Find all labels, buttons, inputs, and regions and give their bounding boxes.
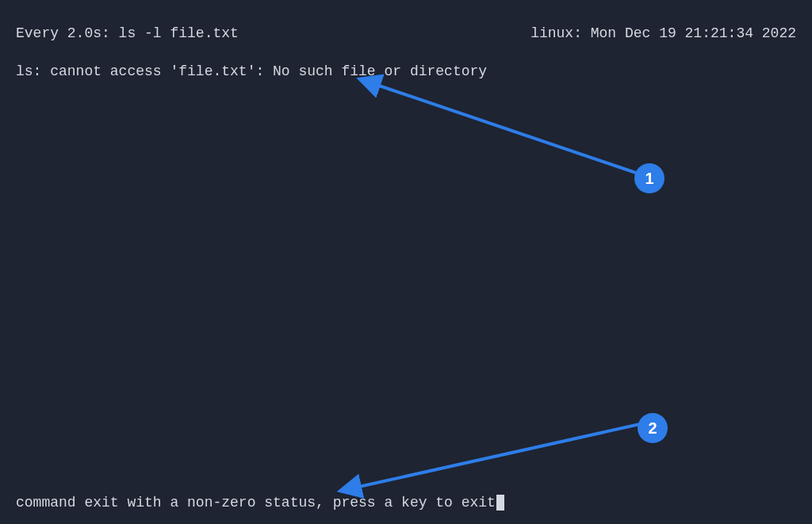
watch-header-row: Every 2.0s: ls -l file.txt linux: Mon De… [16, 25, 796, 41]
badge-1-number: 1 [645, 170, 653, 188]
command-output-line: ls: cannot access 'file.txt': No such fi… [16, 63, 487, 79]
arrow-2 [355, 424, 640, 488]
watch-interval-command: Every 2.0s: ls -l file.txt [16, 25, 239, 41]
annotation-badge-1: 1 [634, 163, 665, 193]
arrow-1 [374, 84, 636, 173]
annotation-badge-2: 2 [638, 413, 668, 443]
watch-status-line[interactable]: command exit with a non-zero status, pre… [16, 495, 504, 511]
badge-2-number: 2 [648, 419, 657, 438]
ls-error-text: ls: cannot access 'file.txt': No such fi… [16, 63, 487, 79]
cursor-icon [496, 495, 504, 511]
status-message: command exit with a non-zero status, pre… [16, 495, 496, 511]
watch-host-time: linux: Mon Dec 19 21:21:34 2022 [530, 25, 796, 41]
